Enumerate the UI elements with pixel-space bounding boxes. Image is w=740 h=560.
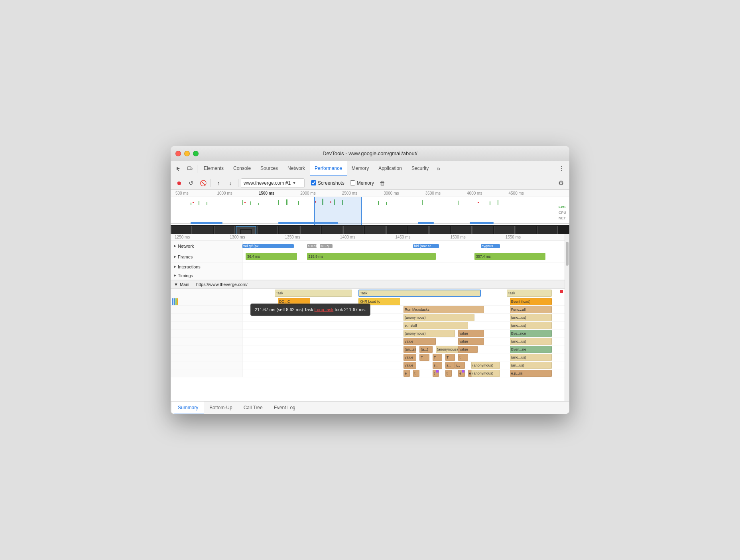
tab-summary[interactable]: Summary bbox=[172, 402, 204, 414]
vertical-scrollbar[interactable] bbox=[565, 234, 569, 401]
flame-block-T-1[interactable]: T bbox=[433, 354, 442, 361]
flame-block-t-2[interactable]: t bbox=[445, 370, 452, 377]
flame-block-s-1[interactable]: s... bbox=[445, 362, 455, 369]
flame-block-value-5[interactable]: value bbox=[403, 362, 416, 369]
flame-block-e-0[interactable]: e bbox=[403, 370, 410, 377]
timings-expand-icon[interactable]: ▶ bbox=[174, 274, 176, 277]
flame-row-content-4[interactable]: (anonymous) value Eve...nce bbox=[242, 329, 565, 337]
tab-application[interactable]: Application bbox=[374, 161, 407, 176]
responsive-icon[interactable] bbox=[184, 163, 195, 174]
download-button[interactable]: ↓ bbox=[225, 178, 236, 188]
tab-call-tree[interactable]: Call Tree bbox=[238, 402, 268, 414]
task-block-1[interactable]: Task bbox=[358, 290, 481, 297]
tab-network[interactable]: Network bbox=[283, 161, 310, 176]
trash-button[interactable]: 🗑 bbox=[378, 179, 387, 187]
flame-block-anon-5[interactable]: (anonymous) bbox=[436, 346, 462, 353]
tab-performance[interactable]: Performance bbox=[310, 161, 347, 176]
flame-block-a[interactable]: (a...) bbox=[419, 346, 432, 353]
settings-button[interactable]: ⚙ bbox=[556, 178, 566, 188]
net-segment-2[interactable]: M6Ly... bbox=[320, 244, 333, 248]
flame-block-event-load[interactable]: Event (load) bbox=[510, 298, 552, 305]
flame-block-ans[interactable]: (an...s) bbox=[403, 346, 416, 353]
timings-row[interactable]: ▶ Timings bbox=[171, 271, 565, 280]
flame-row-content-9[interactable]: e t t t e e (anonymous) e.p...ss bbox=[242, 369, 565, 377]
tab-elements[interactable]: Elements bbox=[199, 161, 228, 176]
flame-block-epss[interactable]: e.p...ss bbox=[510, 370, 552, 377]
url-selector[interactable]: www.theverge.com #1 ▼ bbox=[241, 178, 305, 188]
flame-block-anon-3[interactable]: (anonymous) bbox=[403, 330, 455, 337]
frames-row-content[interactable]: 36.4 ms 218.9 ms 357.4 ms bbox=[242, 251, 565, 262]
network-row-content[interactable]: xel.gif (px... aHR0c M6Ly... bid (aax.ar bbox=[242, 241, 565, 251]
flame-block-einstall[interactable]: e.install bbox=[403, 322, 468, 329]
clear-button[interactable]: 🚫 bbox=[198, 178, 208, 188]
frames-segment-2[interactable]: 357.4 ms bbox=[474, 253, 545, 260]
tab-event-log[interactable]: Event Log bbox=[268, 402, 301, 414]
flame-block-evence[interactable]: Eve...nce bbox=[510, 330, 552, 337]
flame-block-value-1[interactable]: value bbox=[403, 338, 436, 345]
flame-row-content-6[interactable]: (an...s) (a...) (anonymous) value Even..… bbox=[242, 345, 565, 353]
tab-sources[interactable]: Sources bbox=[256, 161, 283, 176]
flame-block-value-3[interactable]: value bbox=[458, 346, 477, 353]
net-segment-1[interactable]: aHR0c bbox=[307, 244, 317, 248]
reload-record-button[interactable]: ↺ bbox=[186, 178, 196, 188]
flame-block-t-0[interactable]: t bbox=[413, 370, 419, 377]
flame-row-content-7[interactable]: value T T T t (ano...us) bbox=[242, 353, 565, 361]
flame-row-content-1[interactable]: Run Microtasks Func...all bbox=[242, 306, 565, 314]
flame-block-anon-1[interactable]: (ano...us) bbox=[510, 314, 552, 321]
flame-block-value-4[interactable]: value bbox=[403, 354, 416, 361]
flame-block-xhr[interactable]: XHR Load (c bbox=[358, 298, 400, 305]
flame-block-anon-8[interactable]: (anonymous) bbox=[471, 370, 500, 377]
flame-block-anon-2[interactable]: (ano...us) bbox=[510, 322, 552, 329]
flame-block-T-2[interactable]: T bbox=[445, 354, 455, 361]
flame-block-func-all[interactable]: Func...all bbox=[510, 306, 552, 313]
main-collapse-icon[interactable]: ▼ bbox=[174, 282, 178, 287]
devtools-menu-button[interactable]: ⋮ bbox=[556, 163, 567, 174]
flame-block-anus[interactable]: (an...us) bbox=[510, 362, 552, 369]
record-button[interactable]: ⏺ bbox=[174, 178, 184, 188]
flame-block-i[interactable]: i... bbox=[455, 362, 464, 369]
frames-expand-icon[interactable]: ▶ bbox=[174, 255, 176, 258]
timings-row-content[interactable] bbox=[242, 271, 565, 280]
tab-bottom-up[interactable]: Bottom-Up bbox=[204, 402, 238, 414]
flame-block-anon-6[interactable]: (ano...us) bbox=[510, 354, 552, 361]
network-row[interactable]: ▶ Network xel.gif (px... aHR0c M6Ly... bbox=[171, 241, 565, 251]
interactions-row-label[interactable]: ▶ Interactions bbox=[171, 262, 242, 271]
flame-block-e-1[interactable]: e bbox=[458, 370, 464, 377]
tab-memory[interactable]: Memory bbox=[347, 161, 374, 176]
network-row-label[interactable]: ▶ Network bbox=[171, 241, 242, 251]
frames-row-label[interactable]: ▶ Frames bbox=[171, 251, 242, 262]
timings-row-label[interactable]: ▶ Timings bbox=[171, 271, 242, 280]
flame-block-doc[interactable]: DO...C bbox=[278, 298, 310, 305]
memory-checkbox[interactable] bbox=[350, 180, 355, 185]
close-button[interactable] bbox=[175, 151, 181, 156]
net-segment-3[interactable]: bid (aax.ar bbox=[413, 244, 439, 248]
flame-row-content-0[interactable]: DO...C XHR Load (c Event (load) bbox=[242, 298, 565, 306]
minimize-button[interactable] bbox=[184, 151, 190, 156]
flame-block-T-0[interactable]: T bbox=[419, 354, 429, 361]
tab-console[interactable]: Console bbox=[228, 161, 256, 176]
flame-block-s-0[interactable]: s... bbox=[433, 362, 442, 369]
scrollbar-thumb[interactable] bbox=[566, 242, 569, 266]
screenshots-checkbox[interactable] bbox=[311, 180, 316, 185]
flame-row-content-8[interactable]: value s... s... i... (anonymous) (an...u… bbox=[242, 361, 565, 369]
flame-block-anon-4[interactable]: (ano...us) bbox=[510, 338, 552, 345]
flame-block-anon-7[interactable]: (anonymous) bbox=[471, 362, 500, 369]
flame-block-value-0[interactable]: value bbox=[458, 330, 484, 337]
interactions-expand-icon[interactable]: ▶ bbox=[174, 265, 176, 268]
flame-block-anon-0[interactable]: (anonymous) bbox=[403, 314, 474, 321]
flame-row-content-2[interactable]: (anonymous) (ano...us) bbox=[242, 314, 565, 321]
network-expand-icon[interactable]: ▶ bbox=[174, 244, 176, 248]
task-block-0[interactable]: Task bbox=[275, 290, 352, 297]
flame-block-t[interactable]: t bbox=[458, 354, 468, 361]
flame-block-t-1[interactable]: t bbox=[433, 370, 439, 377]
frames-segment-1[interactable]: 218.9 ms bbox=[307, 253, 436, 260]
upload-button[interactable]: ↑ bbox=[213, 178, 224, 188]
flame-block-microtasks[interactable]: Run Microtasks bbox=[403, 306, 484, 313]
maximize-button[interactable] bbox=[193, 151, 199, 156]
interactions-row-content[interactable] bbox=[242, 262, 565, 271]
task-row-content[interactable]: Task Task Task bbox=[242, 289, 565, 298]
frames-row[interactable]: ▶ Frames 36.4 ms 218.9 ms 357.4 ms bbox=[171, 251, 565, 262]
task-block-2[interactable]: Task bbox=[507, 290, 552, 297]
more-tabs-button[interactable]: » bbox=[433, 161, 443, 176]
interactions-row[interactable]: ▶ Interactions bbox=[171, 262, 565, 271]
